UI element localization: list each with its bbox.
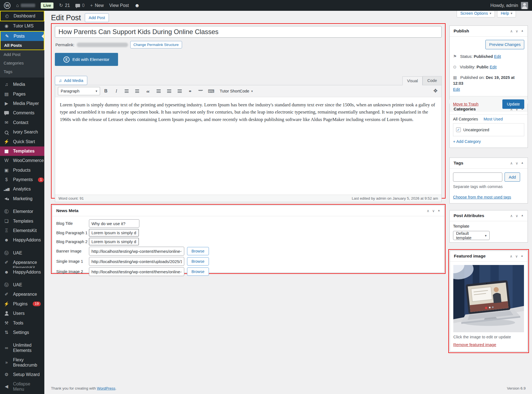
permalink-url-blurred[interactable] xyxy=(77,43,128,47)
toggle-panel-icon[interactable]: ▲ xyxy=(521,107,524,111)
sidebar-item-payments[interactable]: $ Payments 1 xyxy=(0,175,44,184)
move-up-icon[interactable]: ∧ xyxy=(510,107,513,111)
sidebar-item-pages[interactable]: ▤ Pages xyxy=(0,89,44,99)
view-post-link[interactable]: View Post xyxy=(109,3,129,8)
toggle-panel-icon[interactable]: ▲ xyxy=(438,209,440,213)
sidebar-item-quick-start[interactable]: ⚡ Quick Start xyxy=(0,137,44,146)
sidebar-item-users[interactable]: Users xyxy=(0,309,44,318)
single-image-1-input[interactable] xyxy=(89,257,184,266)
sidebar-item-products[interactable]: ▣ Products xyxy=(0,166,44,175)
move-up-icon[interactable]: ∧ xyxy=(510,161,513,165)
sidebar-item-posts[interactable]: ✎ Posts xyxy=(1,32,44,41)
post-content-editor[interactable]: Lorem Ipsum is simply dummy text of the … xyxy=(55,97,441,195)
edit-visibility-link[interactable]: Edit xyxy=(490,65,497,69)
browse-button[interactable]: Browse xyxy=(187,247,209,255)
sidebar-item-tutor-lms[interactable]: ◉ Tutor LMS xyxy=(0,21,44,31)
toggle-panel-icon[interactable]: ▲ xyxy=(521,214,524,218)
move-up-icon[interactable]: ∧ xyxy=(510,214,513,218)
bullet-list-button[interactable] xyxy=(123,87,131,95)
keyboard-shortcuts-button[interactable]: ⌨ xyxy=(207,87,215,95)
sidebar-item-uae[interactable]: Ⓤ UAE xyxy=(0,248,44,258)
move-down-icon[interactable]: ∨ xyxy=(516,161,518,165)
remove-featured-image-link[interactable]: Remove featured image xyxy=(453,343,496,347)
sidebar-item-happyaddons-2[interactable]: ☻ HappyAddons xyxy=(0,267,44,277)
news-meta-header[interactable]: News Meta ∧ ∨ ▲ xyxy=(52,205,444,216)
post-attributes-header[interactable]: Post Attributes ∧ ∨ ▲ xyxy=(450,210,528,221)
sidebar-item-appearance[interactable]: ✐ Appearance ElementsKit xyxy=(0,258,44,267)
sidebar-item-media[interactable]: ♫ Media xyxy=(0,80,44,89)
updates-indicator[interactable]: ↻ 21 xyxy=(59,2,70,8)
sidebar-item-setup-wizard[interactable]: ⚙ Setup Wizard xyxy=(0,370,44,379)
move-down-icon[interactable]: ∨ xyxy=(516,107,518,111)
template-select[interactable]: Default template ▾ xyxy=(453,231,490,240)
sidebar-item-comments[interactable]: Comments xyxy=(0,108,44,118)
bold-button[interactable]: B xyxy=(102,87,110,95)
new-content-menu[interactable]: + New xyxy=(90,3,104,8)
sidebar-item-plugins[interactable]: ⚡ Plugins 19 xyxy=(0,299,44,309)
align-center-button[interactable] xyxy=(165,87,173,95)
sidebar-item-settings[interactable]: ⇅ Settings xyxy=(0,328,44,337)
move-up-icon[interactable]: ∧ xyxy=(510,29,513,33)
collapse-menu-button[interactable]: ◀ Collapse Menu xyxy=(0,379,44,394)
align-right-button[interactable] xyxy=(175,87,184,95)
sidebar-item-templates[interactable]: ▦ Templates xyxy=(0,146,44,156)
edit-status-link[interactable]: Edit xyxy=(494,54,501,59)
sidebar-item-tools[interactable]: ⚒ Tools xyxy=(0,318,44,328)
site-link[interactable]: ⌂ xyxy=(16,3,35,8)
single-image-2-input[interactable] xyxy=(89,267,184,276)
sidebar-item-ivory-search[interactable]: Ivory Search xyxy=(0,127,44,137)
add-media-button[interactable]: ♫ Add Media xyxy=(55,76,87,85)
publish-header[interactable]: Publish ∧ ∨ ▲ xyxy=(450,26,528,36)
move-up-icon[interactable]: ∧ xyxy=(427,209,429,213)
move-down-icon[interactable]: ∨ xyxy=(432,209,435,213)
edit-published-link[interactable]: Edit xyxy=(453,87,460,92)
align-left-button[interactable] xyxy=(154,87,163,95)
wordpress-link[interactable]: WordPress xyxy=(97,386,116,390)
fullscreen-icon[interactable]: ✥ xyxy=(433,88,438,94)
sidebar-item-elementskit[interactable]: Ξ ElementsKit xyxy=(0,226,44,235)
banner-image-input[interactable] xyxy=(89,247,184,256)
sidebar-item-contact[interactable]: ✉ Contact xyxy=(0,118,44,127)
browse-button[interactable]: Browse xyxy=(187,267,209,276)
live-badge[interactable]: Live xyxy=(41,2,53,9)
sidebar-item-elementor[interactable]: Ⓔ Elementor xyxy=(0,207,44,216)
blockquote-button[interactable]: “ xyxy=(144,87,152,95)
move-down-icon[interactable]: ∨ xyxy=(515,254,518,258)
sidebar-item-uae-2[interactable]: Ⓤ UAE xyxy=(0,280,44,290)
italic-button[interactable]: I xyxy=(112,87,121,95)
blog-paragraph-1-input[interactable] xyxy=(89,229,139,236)
link-button[interactable]: ⚭ xyxy=(186,87,194,95)
post-title-input[interactable] xyxy=(55,26,442,38)
blog-paragraph-2-input[interactable] xyxy=(89,238,139,245)
add-tag-button[interactable]: Add xyxy=(505,172,520,182)
add-post-button[interactable]: Add Post xyxy=(85,13,109,22)
tab-most-used[interactable]: Most Used xyxy=(484,117,503,121)
featured-image-thumbnail[interactable] xyxy=(453,265,524,332)
toggle-panel-icon[interactable]: ▲ xyxy=(521,29,524,33)
howdy-text[interactable]: Howdy, admin xyxy=(490,3,518,8)
tab-code[interactable]: Code xyxy=(423,76,442,85)
happyaddons-menu[interactable]: ☻ xyxy=(134,2,140,9)
sidebar-item-add-post[interactable]: Add Post xyxy=(0,50,44,59)
sidebar-item-templates-elementor[interactable]: ❏ Templates xyxy=(0,217,44,226)
avatar[interactable] xyxy=(521,2,528,9)
toggle-panel-icon[interactable]: ▲ xyxy=(521,254,523,258)
tags-header[interactable]: Tags ∧ ∨ ▲ xyxy=(450,158,528,168)
move-down-icon[interactable]: ∨ xyxy=(516,214,518,218)
sidebar-item-tags[interactable]: Tags xyxy=(0,67,44,76)
blog-title-input[interactable] xyxy=(89,219,139,228)
comments-indicator[interactable]: 0 xyxy=(75,3,85,8)
move-to-trash-link[interactable]: Move to Trash xyxy=(453,102,479,106)
sidebar-item-marketing[interactable]: Marketing xyxy=(0,194,44,204)
preview-changes-button[interactable]: Preview Changes xyxy=(485,40,524,49)
add-category-link[interactable]: + Add Category xyxy=(453,139,481,144)
numbered-list-button[interactable] xyxy=(133,87,142,95)
sidebar-item-analytics[interactable]: ▂▅▇ Analytics xyxy=(0,184,44,194)
move-up-icon[interactable]: ∧ xyxy=(510,254,513,258)
featured-image-header[interactable]: Featured image ∧ ∨ ▲ xyxy=(450,251,527,261)
sidebar-item-appearance-2[interactable]: ✐ Appearance xyxy=(0,290,44,299)
sidebar-item-happyaddons[interactable]: ☻ HappyAddons xyxy=(0,235,44,245)
toggle-panel-icon[interactable]: ▲ xyxy=(521,161,524,165)
paragraph-format-select[interactable]: Paragraph ▾ xyxy=(58,87,100,95)
sidebar-item-all-posts[interactable]: All Posts xyxy=(1,41,44,50)
